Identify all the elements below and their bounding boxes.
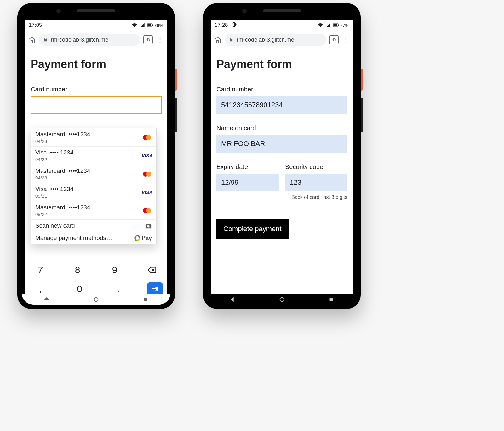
complete-payment-button[interactable]: Complete payment (216, 219, 289, 239)
browser-toolbar: rm-codelab-3.glitch.me :D ⋮ (211, 31, 353, 49)
address-bar[interactable]: rm-codelab-3.glitch.me (39, 34, 140, 46)
security-code-input[interactable] (285, 174, 347, 191)
power-button (361, 69, 363, 91)
battery-indicator: 76% (147, 23, 163, 28)
page-title: Payment form (216, 58, 347, 75)
expiry-label: Expiry date (216, 163, 279, 171)
lock-icon (229, 38, 233, 42)
name-on-card-input[interactable] (216, 135, 347, 153)
key-backspace[interactable] (141, 262, 163, 278)
security-code-hint: Back of card, last 3 digits (216, 195, 347, 200)
svg-rect-2 (152, 25, 153, 26)
svg-rect-7 (333, 24, 337, 26)
status-time: 17:28 (215, 22, 228, 28)
nav-home-icon[interactable] (93, 296, 100, 303)
autofill-card-option[interactable]: Visa •••• 1234 04/22 VISA (31, 147, 156, 165)
android-navbar (22, 294, 170, 305)
autofill-card-option[interactable]: Mastercard ••••1234 04/23 (31, 165, 156, 183)
tab-switcher[interactable]: :D (329, 35, 339, 44)
autofill-card-option[interactable]: Visa •••• 1234 09/21 VISA (31, 183, 156, 201)
phone-left: 17:05 76% (17, 3, 175, 309)
visa-icon: VISA (142, 153, 153, 158)
nav-recents-icon[interactable] (328, 296, 335, 303)
mastercard-icon (142, 134, 152, 141)
data-saver-icon (231, 22, 237, 29)
address-bar[interactable]: rm-codelab-3.glitch.me (225, 34, 326, 46)
phone-right: 17:28 77% (203, 3, 361, 309)
key-7[interactable]: 7 (29, 262, 51, 278)
battery-indicator: 77% (333, 23, 349, 28)
nav-recents-icon[interactable] (142, 296, 149, 303)
status-time: 17:05 (29, 22, 42, 28)
security-code-label: Security code (285, 163, 347, 171)
gpay-icon: Pay (134, 235, 152, 242)
home-button[interactable] (28, 36, 36, 44)
battery-percent: 77% (340, 23, 349, 28)
svg-rect-1 (147, 24, 151, 26)
lock-icon (43, 38, 48, 42)
svg-point-3 (94, 298, 98, 302)
svg-rect-10 (330, 298, 333, 301)
volume-button (361, 98, 363, 132)
page-title: Payment form (31, 58, 162, 75)
battery-percent: 76% (154, 23, 163, 28)
key-next[interactable] (147, 282, 163, 295)
url-text: rm-codelab-3.glitch.me (51, 37, 108, 43)
url-text: rm-codelab-3.glitch.me (237, 37, 294, 43)
camera-icon (145, 222, 152, 229)
earpiece (263, 9, 301, 12)
home-button[interactable] (214, 36, 221, 44)
status-bar: 17:05 76% (25, 20, 167, 31)
svg-rect-4 (144, 298, 147, 301)
autofill-dropdown: Mastercard ••••1234 04/23 Visa •••• 1234… (31, 128, 157, 244)
key-8[interactable]: 8 (66, 262, 89, 278)
status-bar: 17:28 77% (211, 20, 353, 31)
scan-new-card[interactable]: Scan new card (31, 220, 156, 232)
expiry-input[interactable] (216, 174, 279, 191)
card-number-input[interactable] (216, 96, 347, 114)
manage-payment-methods[interactable]: Manage payment methods… Pay (31, 232, 156, 244)
card-number-input[interactable] (31, 96, 162, 114)
autofill-card-option[interactable]: Mastercard ••••1234 09/22 (31, 201, 156, 220)
nav-back-icon[interactable] (229, 296, 236, 303)
signal-icon (140, 23, 145, 28)
svg-point-9 (280, 298, 284, 302)
signal-icon (325, 23, 331, 28)
key-9[interactable]: 9 (104, 262, 126, 278)
wifi-icon (131, 23, 138, 28)
power-button (175, 69, 177, 91)
card-number-label: Card number (31, 86, 162, 93)
nav-home-icon[interactable] (278, 296, 285, 303)
browser-toolbar: rm-codelab-3.glitch.me :D ⋮ (25, 31, 167, 49)
wifi-icon (317, 23, 324, 28)
name-on-card-label: Name on card (216, 125, 347, 132)
autofill-card-option[interactable]: Mastercard ••••1234 04/23 (31, 128, 156, 147)
android-navbar (208, 294, 356, 305)
card-number-label: Card number (216, 86, 347, 93)
front-camera (242, 9, 247, 13)
tab-switcher[interactable]: :D (143, 35, 153, 44)
earpiece (77, 9, 115, 12)
nav-back-icon[interactable] (43, 296, 50, 303)
mastercard-icon (142, 207, 152, 214)
volume-button (175, 98, 177, 132)
mastercard-icon (142, 171, 152, 177)
svg-rect-8 (338, 25, 339, 26)
visa-icon: VISA (142, 190, 153, 195)
front-camera (56, 9, 61, 13)
overflow-menu[interactable]: ⋮ (156, 36, 164, 44)
overflow-menu[interactable]: ⋮ (342, 36, 350, 44)
